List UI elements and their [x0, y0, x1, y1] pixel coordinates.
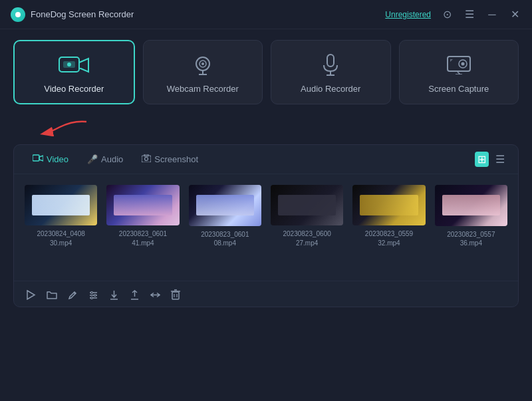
file-item-0[interactable]: 20230824_040830.mp4 [25, 185, 97, 270]
grid-view-button[interactable]: ⊞ [475, 152, 489, 167]
arrow-indicator [13, 118, 519, 136]
video-recorder-icon [58, 53, 90, 77]
file-thumb-5 [435, 185, 507, 226]
video-tab-icon [33, 154, 43, 164]
settings-button[interactable] [88, 290, 98, 300]
title-controls: Unregistered ⊙ ☰ ─ ✕ [385, 8, 521, 21]
file-item-4[interactable]: 20230823_055932.mp4 [352, 185, 425, 270]
view-buttons: ⊞ ☰ [475, 152, 507, 167]
titlebar: FoneDog Screen Recorder Unregistered ⊙ ☰… [0, 0, 532, 29]
svg-rect-18 [33, 155, 39, 161]
tab-screenshot[interactable]: Screenshot [134, 152, 206, 167]
file-panel: Video 🎤 Audio Screenshot [13, 144, 519, 307]
app-logo-icon [11, 7, 25, 22]
target-icon[interactable]: ⊙ [440, 8, 454, 21]
file-item-3[interactable]: 20230823_060027.mp4 [271, 185, 343, 270]
file-label-3: 20230823_060027.mp4 [283, 229, 331, 247]
svg-point-3 [67, 63, 71, 67]
app-title: FoneDog Screen Recorder [31, 9, 134, 19]
screen-capture-icon [443, 53, 475, 77]
tab-screenshot-label: Screenshot [154, 154, 198, 164]
mode-card-screen[interactable]: Screen Capture [399, 40, 519, 104]
file-item-2[interactable]: 20230823_060108.mp4 [189, 185, 261, 270]
file-thumb-1 [106, 185, 179, 225]
tab-audio[interactable]: 🎤 Audio [79, 152, 131, 167]
edit-button[interactable] [68, 290, 78, 300]
file-label-5: 20230823_055736.mp4 [447, 230, 495, 248]
close-icon[interactable]: ✕ [508, 8, 521, 21]
file-panel-header: Video 🎤 Audio Screenshot [14, 145, 518, 174]
svg-point-14 [461, 63, 464, 66]
file-thumb-3 [271, 185, 343, 225]
webcam-recorder-label: Webcam Recorder [167, 84, 239, 94]
play-button[interactable] [26, 290, 36, 300]
share-button[interactable] [130, 290, 140, 300]
svg-rect-36 [172, 292, 179, 299]
logo-area: FoneDog Screen Recorder [11, 7, 385, 22]
tab-video-label: Video [47, 154, 68, 164]
audio-recorder-icon [315, 53, 346, 77]
download-button[interactable] [109, 290, 119, 300]
screenshot-tab-icon [142, 154, 151, 164]
file-grid: 20230824_040830.mp4 20230823_060141.mp4 … [14, 174, 518, 281]
mode-card-video[interactable]: Video Recorder [13, 40, 135, 104]
mode-card-audio[interactable]: Audio Recorder [271, 40, 391, 104]
bottom-toolbar [14, 281, 518, 307]
webcam-recorder-icon [187, 53, 219, 77]
svg-point-21 [145, 158, 148, 161]
file-label-0: 20230824_040830.mp4 [37, 229, 85, 247]
video-recorder-label: Video Recorder [44, 84, 104, 94]
main-content: Video Recorder Webcam Recorder [0, 29, 532, 318]
svg-marker-23 [27, 291, 35, 299]
mode-card-webcam[interactable]: Webcam Recorder [143, 40, 263, 104]
minimize-icon[interactable]: ─ [485, 8, 499, 21]
unregistered-link[interactable]: Unregistered [385, 10, 431, 19]
audio-recorder-label: Audio Recorder [301, 84, 360, 94]
audio-tab-icon: 🎤 [87, 154, 98, 164]
svg-marker-1 [79, 59, 88, 72]
svg-marker-19 [39, 156, 43, 161]
svg-point-28 [91, 291, 93, 293]
file-thumb-4 [352, 185, 425, 225]
svg-point-6 [201, 63, 204, 65]
file-item-5[interactable]: 20230823_055736.mp4 [435, 185, 507, 270]
tab-audio-label: Audio [101, 154, 123, 164]
list-view-button[interactable]: ☰ [493, 152, 507, 167]
file-label-2: 20230823_060108.mp4 [201, 230, 249, 248]
selection-arrow [40, 118, 93, 136]
move-button[interactable] [150, 290, 160, 300]
tab-video[interactable]: Video [25, 152, 76, 167]
menu-icon[interactable]: ☰ [463, 8, 476, 21]
file-label-4: 20230823_055932.mp4 [365, 229, 413, 247]
mode-selector: Video Recorder Webcam Recorder [13, 40, 519, 104]
delete-button[interactable] [171, 289, 180, 300]
file-label-1: 20230823_060141.mp4 [119, 229, 167, 247]
file-item-1[interactable]: 20230823_060141.mp4 [106, 185, 179, 270]
svg-point-30 [91, 297, 93, 299]
svg-point-29 [94, 294, 96, 296]
svg-rect-9 [327, 55, 334, 67]
folder-button[interactable] [47, 290, 57, 299]
screen-capture-label: Screen Capture [428, 84, 489, 94]
file-thumb-2 [189, 185, 261, 226]
file-thumb-0 [25, 185, 97, 225]
